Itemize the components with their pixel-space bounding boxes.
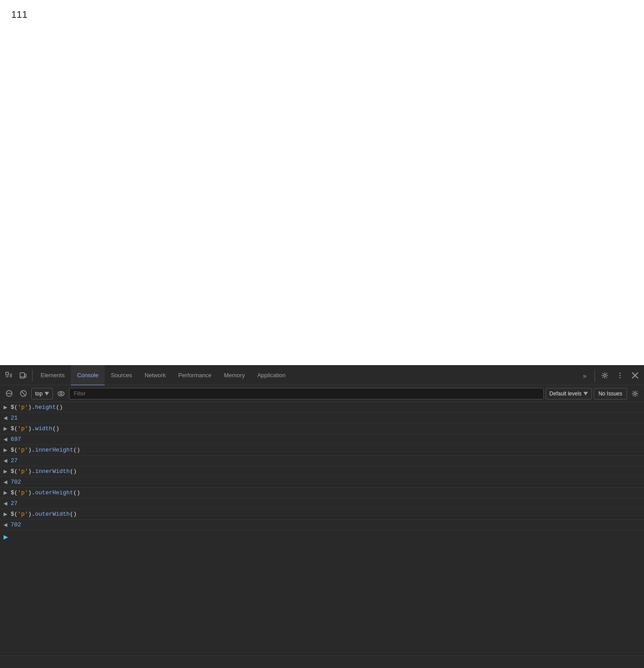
result-arrow: ◀ [4,458,11,464]
close-devtools-icon[interactable] [628,368,642,383]
stop-icon[interactable] [17,387,29,400]
result-arrow: ◀ [4,479,11,485]
console-row: ◀ 21 [0,413,644,424]
console-command: $('p').innerHeight() [11,447,80,453]
console-row: ▶ $('p').width() [0,424,644,434]
device-toolbar-icon[interactable] [16,368,30,383]
svg-rect-0 [6,372,8,375]
svg-rect-5 [20,373,24,378]
eye-icon[interactable] [55,387,67,400]
expand-arrow[interactable]: ▶ [4,426,11,432]
console-command: $('p').outerWidth() [11,511,77,517]
console-row: ◀ 27 [0,456,644,466]
svg-marker-18 [45,392,49,395]
console-command: $('p').width() [11,425,59,432]
console-toolbar: top Default levels No Issues [0,385,644,402]
tabs-right-icons: » [578,368,642,383]
console-result: 27 [11,500,18,507]
console-result: 21 [11,415,18,421]
page-number: 111 [11,9,28,20]
tab-console[interactable]: Console [71,366,105,386]
console-row: ▶ $('p').height() [0,402,644,413]
svg-rect-6 [25,374,26,377]
console-result: 702 [11,521,21,528]
console-row: ◀ 27 [0,498,644,509]
tab-performance[interactable]: Performance [172,366,217,386]
levels-dropdown-icon [583,392,588,395]
console-row: ◀ 702 [0,520,644,530]
settings-icon[interactable] [598,368,612,383]
console-command: $('p').innerWidth() [11,468,77,475]
context-selector[interactable]: top [31,388,53,399]
console-prompt-caret: ▶ [4,534,11,540]
svg-line-17 [21,391,25,395]
svg-point-20 [60,392,62,395]
console-input-row: ▶ [0,530,644,543]
console-command: $('p').outerHeight() [11,489,80,496]
expand-arrow[interactable]: ▶ [4,490,11,496]
svg-point-9 [620,373,621,374]
expand-arrow[interactable]: ▶ [4,468,11,474]
svg-point-10 [620,375,621,376]
console-settings-icon[interactable] [629,387,641,400]
console-command: $('p').height() [11,404,63,411]
console-row: ▶ $('p').outerHeight() [0,488,644,498]
console-row: ◀ 697 [0,434,644,445]
inspect-element-icon[interactable] [2,368,16,383]
console-result: 27 [11,457,18,464]
tab-elements[interactable]: Elements [34,366,71,386]
svg-point-22 [634,392,636,395]
context-dropdown-icon [45,392,49,395]
devtools-tabs-bar: Elements Console Sources Network Perform… [0,365,644,385]
svg-point-11 [620,377,621,379]
svg-point-19 [58,391,64,396]
result-arrow: ◀ [4,501,11,506]
svg-marker-21 [583,392,588,395]
tab-sources[interactable]: Sources [105,366,139,386]
no-issues-badge: No Issues [594,388,627,399]
console-row: ◀ 702 [0,477,644,488]
console-row: ▶ $('p').innerWidth() [0,466,644,477]
tab-network[interactable]: Network [139,366,172,386]
tab-memory[interactable]: Memory [218,366,251,386]
tab-application[interactable]: Application [251,366,292,386]
default-levels-selector[interactable]: Default levels [546,388,592,399]
devtools-panel: Elements Console Sources Network Perform… [0,365,644,668]
result-arrow: ◀ [4,436,11,442]
svg-point-8 [604,375,606,377]
bottom-bar [0,656,644,668]
console-output: ▶ $('p').height() ◀ 21 ▶ $('p').width() … [0,402,644,656]
clear-console-icon[interactable] [3,387,15,400]
tabs-separator [32,369,33,382]
expand-arrow[interactable]: ▶ [4,447,11,453]
expand-arrow[interactable]: ▶ [4,404,11,410]
right-separator [595,369,595,382]
expand-arrow[interactable]: ▶ [4,511,11,517]
result-arrow: ◀ [4,415,11,421]
result-arrow: ◀ [4,522,11,528]
filter-input[interactable] [69,388,544,399]
more-tabs-icon[interactable]: » [578,368,592,383]
page-content: 111 [0,0,644,365]
console-row: ▶ $('p').outerWidth() [0,509,644,520]
more-options-icon[interactable] [613,368,627,383]
console-result: 702 [11,479,21,485]
console-row: ▶ $('p').innerHeight() [0,445,644,456]
console-result: 697 [11,436,21,443]
